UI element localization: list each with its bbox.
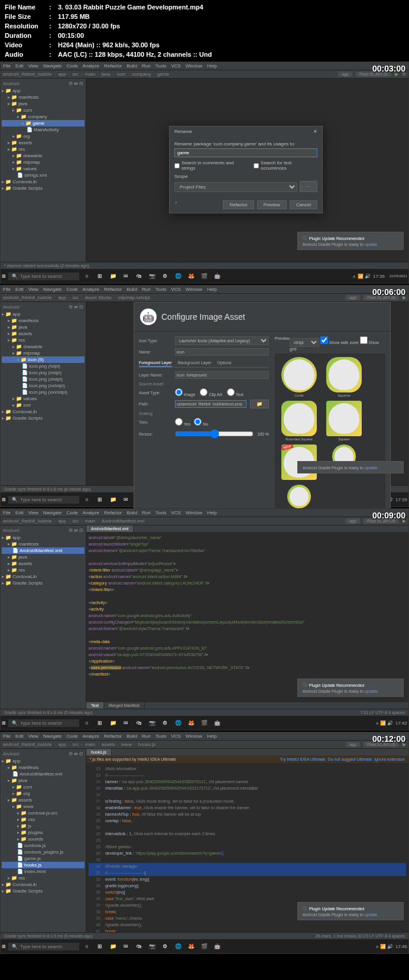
start-icon[interactable]: ⊞ <box>2 274 6 279</box>
tree-item[interactable]: 📄 MainActivity <box>2 126 85 133</box>
tree-item[interactable]: ▸ 📁 mipmap <box>2 350 85 356</box>
tree-item[interactable]: ▸ 📁 res <box>2 567 85 573</box>
tree-item[interactable]: 📄 cordova_plugins.js <box>2 849 85 855</box>
tree-item[interactable]: ▸ 📁 org <box>2 133 85 139</box>
menu-help[interactable]: Help <box>207 510 216 515</box>
refactor-button[interactable]: Refactor <box>223 200 254 209</box>
tree-item[interactable]: ▸ 📁 app <box>2 758 85 764</box>
tree-item[interactable]: ▸ 📁 com <box>2 107 85 113</box>
close-icon[interactable]: ✕ <box>313 129 317 134</box>
tree-item[interactable]: ▸ 📁 cordova-js-src <box>2 810 85 816</box>
menu-run[interactable]: Run <box>142 287 151 292</box>
menu-vcs[interactable]: VCS <box>171 63 180 69</box>
tree-item[interactable]: 📄 icon.png (hdpi) <box>2 363 85 369</box>
menu-analyze[interactable]: Analyze <box>83 63 99 69</box>
menu-run[interactable]: Run <box>142 63 151 69</box>
tree-item[interactable]: ▸ 📁 manifests <box>2 94 85 100</box>
tree-item[interactable]: ▸ 📁 mipmap <box>2 159 85 166</box>
tree-item[interactable]: ▸ 📁 CordovaLib <box>2 408 85 415</box>
menu-help[interactable]: Help <box>207 287 216 292</box>
cancel-button[interactable]: Cancel <box>290 200 317 209</box>
menu-tools[interactable]: Tools <box>155 287 167 292</box>
menu-build[interactable]: Build <box>126 63 137 69</box>
menu-analyze[interactable]: Analyze <box>83 287 99 292</box>
menu-code[interactable]: Code <box>66 63 77 69</box>
tree-item[interactable]: ▸ 📁 xml <box>2 402 85 408</box>
name-input[interactable] <box>175 348 269 356</box>
tree-item[interactable]: ▸ 📁 manifests <box>2 764 85 771</box>
menu-analyze[interactable]: Analyze <box>83 734 99 739</box>
tree-item[interactable]: 📄 strings.xml <box>2 172 85 179</box>
menu-file[interactable]: File <box>3 734 11 739</box>
menu-view[interactable]: View <box>28 734 38 739</box>
menu-analyze[interactable]: Analyze <box>83 510 99 515</box>
tree-item[interactable]: ▸ 📁 manifests <box>2 317 85 324</box>
tree-item[interactable]: ▸ 📁 res <box>2 337 85 343</box>
tree-item[interactable]: ▸ 📁 java <box>2 777 85 784</box>
tree-item[interactable]: ▸ 📁 company <box>2 113 85 120</box>
tree-item[interactable]: ▸ 📁 css <box>2 816 85 823</box>
tree-item[interactable]: ▸ 📁 values <box>2 166 85 172</box>
tree-item[interactable]: ▸ 📁 drawable <box>2 343 85 350</box>
tree-item[interactable]: ▸ 📁 app <box>2 311 85 317</box>
tree-item[interactable]: ▸ 📁 app <box>2 87 85 94</box>
menu-refactor[interactable]: Refactor <box>104 734 122 739</box>
menu-file[interactable]: File <box>3 287 11 292</box>
menu-navigate[interactable]: Navigate <box>43 734 62 739</box>
menu-refactor[interactable]: Refactor <box>104 510 122 515</box>
menu-file[interactable]: File <box>3 510 11 515</box>
menu-run[interactable]: Run <box>142 734 151 739</box>
menu-vcs[interactable]: VCS <box>171 287 180 292</box>
menu-edit[interactable]: Edit <box>15 287 24 292</box>
tree-item[interactable]: ▸ 📁 Gradle Scripts <box>2 888 85 894</box>
menu-file[interactable]: File <box>3 63 11 69</box>
menu-help[interactable]: Help <box>207 734 216 739</box>
tree-item[interactable]: ▸ 📁 assets <box>2 330 85 337</box>
tree-item[interactable]: ▸ 📁 CordovaLib <box>2 179 85 185</box>
help-icon[interactable]: ? <box>174 200 177 209</box>
tree-item[interactable]: 📄 hooks.js <box>2 862 85 868</box>
menu-view[interactable]: View <box>28 63 38 69</box>
tree-item[interactable]: ▸ 📁 assets <box>2 139 85 146</box>
tree-item[interactable]: ▸ 📁 res <box>2 146 85 152</box>
menu-refactor[interactable]: Refactor <box>104 287 122 292</box>
code-editor[interactable]: android:label="@string/launcher_name" an… <box>86 532 408 702</box>
tree-item[interactable]: ▸ 📁 java <box>2 324 85 330</box>
run-config[interactable]: app <box>338 72 352 77</box>
tree-item[interactable]: ▸ 📁 app <box>2 534 85 541</box>
tree-item[interactable]: 📄 game.js <box>2 855 85 862</box>
menu-view[interactable]: View <box>28 510 38 515</box>
tree-item[interactable]: ▸ 📁 game <box>2 120 85 126</box>
menu-edit[interactable]: Edit <box>15 510 24 515</box>
tree-item[interactable]: ▸ 📁 assets <box>2 797 85 803</box>
tree-item[interactable]: ▸ 📁 manifests <box>2 541 85 547</box>
tree-item[interactable]: 📄 cordova.js <box>2 842 85 849</box>
menu-run[interactable]: Run <box>142 510 151 515</box>
preview-button[interactable]: Preview <box>257 200 287 209</box>
menu-window[interactable]: Window <box>186 734 202 739</box>
taskbar-search[interactable]: 🔍 Type here to search <box>8 272 79 280</box>
tree-item[interactable]: ▸ 📁 java <box>2 554 85 560</box>
menu-build[interactable]: Build <box>126 510 137 515</box>
tree-item[interactable]: 📄 icon.png (xhdpi) <box>2 376 85 382</box>
tree-item[interactable]: 📄 icon.png (xxxhdpi) <box>2 389 85 395</box>
tree-item[interactable]: ▸ 📁 res <box>2 875 85 881</box>
tree-item[interactable]: ▸ 📁 www <box>2 803 85 810</box>
tree-item[interactable]: ▸ 📁 plugins <box>2 829 85 836</box>
menu-navigate[interactable]: Navigate <box>43 510 62 515</box>
menu-window[interactable]: Window <box>186 510 202 515</box>
tree-item[interactable]: ▸ 📁 java <box>2 100 85 107</box>
tree-item[interactable]: ▸ 📁 CordovaLib <box>2 573 85 580</box>
tree-item[interactable]: ▸ 📁 CordovaLib <box>2 881 85 888</box>
menu-tools[interactable]: Tools <box>155 510 167 515</box>
menu-navigate[interactable]: Navigate <box>43 63 62 69</box>
tree-item[interactable]: ▸ 📁 Gradle Scripts <box>2 415 85 421</box>
editor-tab[interactable]: AndroidManifest.xml <box>86 525 134 532</box>
menu-code[interactable]: Code <box>66 510 77 515</box>
tree-item[interactable]: 📄 icon.png (mdpi) <box>2 369 85 376</box>
menu-tools[interactable]: Tools <box>155 734 167 739</box>
tree-item[interactable]: ▸ 📁 Gradle Scripts <box>2 185 85 192</box>
tree-item[interactable]: ▸ 📁 Gradle Scripts <box>2 580 85 586</box>
tree-item[interactable]: 📄 AndroidManifest.xml <box>2 771 85 777</box>
menu-vcs[interactable]: VCS <box>171 510 180 515</box>
